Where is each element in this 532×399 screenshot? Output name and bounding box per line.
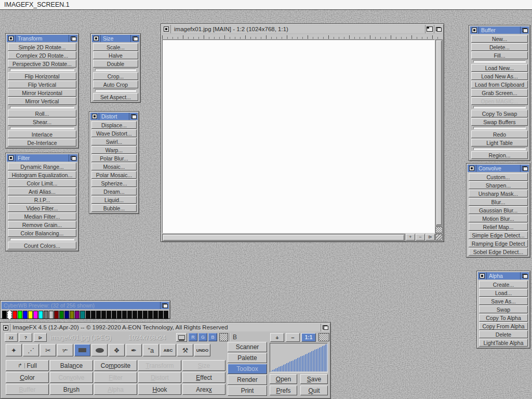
palette-button[interactable]: Remove Grain... — [8, 221, 76, 229]
palette-button[interactable]: Region... — [471, 151, 528, 159]
image-canvas[interactable] — [162, 39, 435, 233]
wrench-tool-icon[interactable]: ⚒ — [177, 344, 193, 356]
palette-button[interactable]: Load New As... — [471, 72, 528, 80]
pattern-button[interactable] — [318, 333, 329, 341]
function-button[interactable]: Color — [6, 372, 49, 383]
convolve-titlebar[interactable]: Convolve — [468, 165, 529, 172]
file-button[interactable]: Save — [300, 374, 328, 384]
palette-button[interactable]: Histogram Equalization... — [8, 171, 76, 179]
color-swatch[interactable] — [75, 311, 79, 319]
color-swatch[interactable] — [28, 311, 33, 319]
color-swatch[interactable] — [143, 311, 148, 319]
palette-button[interactable]: Mirror Horizontal — [8, 89, 76, 97]
palette-button[interactable]: Double — [93, 60, 138, 68]
mode-button[interactable]: Render — [228, 375, 267, 385]
file-button[interactable]: Prefs — [270, 385, 297, 395]
function-button[interactable]: Balance — [50, 360, 93, 371]
palette-button[interactable]: Open MAGIC... — [471, 97, 528, 105]
palette-button[interactable]: Dynamic Range... — [8, 163, 76, 170]
palette-button[interactable]: Blur... — [469, 198, 528, 206]
palette-button[interactable]: Anti Alias... — [8, 188, 76, 195]
palette-button[interactable]: Redo — [471, 130, 528, 138]
palette-button[interactable]: De-Interlace — [8, 139, 76, 147]
palette-button[interactable]: Crop... — [93, 72, 138, 80]
palette-button[interactable]: Interlace — [8, 130, 76, 138]
color-swatch[interactable] — [122, 311, 127, 319]
color-swatch[interactable] — [38, 311, 43, 319]
expand-button[interactable]: ⊳ — [34, 333, 47, 342]
color-swatch[interactable] — [107, 311, 111, 319]
palette-button[interactable]: Shear... — [8, 118, 76, 126]
color-swatch[interactable] — [49, 311, 54, 319]
palette-button[interactable]: Mirror Vertical — [8, 97, 76, 105]
palette-button[interactable]: Wave Distort... — [91, 129, 137, 137]
file-button[interactable]: Quit — [300, 385, 328, 395]
function-button[interactable]: ↱Full — [6, 360, 49, 371]
palette-button[interactable]: Count Colors... — [8, 242, 76, 249]
palette-button[interactable]: Simple Edge Detect... — [469, 231, 528, 239]
palette-button[interactable]: Bubble... — [91, 204, 137, 212]
pan-button[interactable]: ⊳ — [425, 234, 435, 241]
color-swatch[interactable] — [164, 311, 168, 319]
alpha-titlebar[interactable]: Alpha — [478, 272, 529, 280]
vertical-scroll-thumb[interactable] — [436, 41, 442, 225]
palette-button[interactable]: Simple 2D Rotate... — [8, 43, 76, 51]
depth-icon[interactable] — [129, 113, 138, 120]
palette-button[interactable]: Scale... — [93, 43, 138, 51]
color-swatch[interactable] — [33, 311, 38, 319]
depth-icon[interactable] — [69, 154, 77, 162]
palette-button[interactable]: Median Filter... — [8, 212, 76, 220]
brush-tool-icon[interactable]: ❖ — [109, 344, 125, 356]
close-icon[interactable] — [7, 35, 16, 42]
palette-button[interactable]: Light Table — [471, 139, 528, 147]
channel-toggle[interactable]: B — [208, 333, 217, 341]
resize-corner[interactable] — [435, 234, 443, 241]
palette-button[interactable]: Flip Vertical — [8, 81, 76, 88]
help-button[interactable]: ? — [19, 333, 32, 342]
screen-mode-button[interactable] — [176, 333, 187, 342]
palette-button[interactable]: Unsharp Mask... — [469, 190, 528, 197]
distort-titlebar[interactable]: Distort — [90, 113, 138, 120]
mode-button[interactable]: Scanner — [228, 342, 267, 352]
palette-button[interactable]: Grab Screen... — [471, 89, 528, 97]
horizontal-scroll-thumb[interactable] — [163, 235, 404, 241]
palette-button[interactable]: Gaussian Blur... — [469, 206, 528, 214]
zoom-out-button[interactable]: − — [286, 333, 300, 342]
palette-button[interactable]: Color Limit... — [8, 179, 76, 187]
pointer-tool-icon[interactable]: ✦ — [6, 344, 22, 356]
channel-toggle[interactable]: R — [189, 333, 197, 341]
palette-button[interactable]: Custom... — [469, 173, 528, 181]
palette-button[interactable]: Warp... — [91, 146, 137, 154]
zoom-ratio-button[interactable]: 1:1 — [301, 333, 316, 342]
color-swatch[interactable] — [80, 311, 85, 319]
color-swatch[interactable] — [7, 311, 12, 319]
palette-button[interactable]: Color Balancing... — [8, 229, 76, 237]
function-button[interactable]: Composite — [94, 360, 137, 371]
iconify-button[interactable]: zz — [5, 333, 18, 342]
palette-button[interactable]: New... — [471, 35, 528, 43]
function-button[interactable]: Distort — [138, 372, 181, 383]
function-button[interactable]: Arexx — [182, 384, 225, 395]
color-swatch[interactable] — [91, 311, 96, 319]
depth-icon[interactable] — [520, 272, 529, 280]
color-swatch[interactable] — [101, 311, 106, 319]
color-swatch[interactable] — [44, 311, 48, 319]
color-swatch[interactable] — [138, 311, 142, 319]
buffer-titlebar[interactable]: Buffer — [470, 26, 529, 34]
color-swatch[interactable] — [2, 311, 7, 319]
color-swatch[interactable] — [96, 311, 101, 319]
palette-button[interactable]: Spherize... — [91, 179, 137, 187]
palette-button[interactable]: Mosaic... — [91, 163, 137, 170]
palette-button[interactable]: Flip Horizontal — [8, 72, 76, 80]
palette-button[interactable]: Auto Crop — [93, 81, 138, 88]
function-button[interactable]: Buffer — [6, 384, 49, 395]
airbrush-tool-icon[interactable]: ⋰ — [23, 344, 39, 356]
horizontal-scrollbar[interactable] — [162, 234, 405, 242]
palette-button[interactable]: Swirl... — [91, 138, 137, 145]
close-icon[interactable] — [468, 165, 476, 172]
close-icon[interactable] — [92, 35, 101, 42]
close-icon[interactable] — [470, 26, 479, 34]
palette-button[interactable]: LightTable Alpha — [479, 339, 528, 347]
depth-icon[interactable] — [160, 302, 169, 309]
function-button[interactable]: Convolve — [50, 372, 93, 383]
